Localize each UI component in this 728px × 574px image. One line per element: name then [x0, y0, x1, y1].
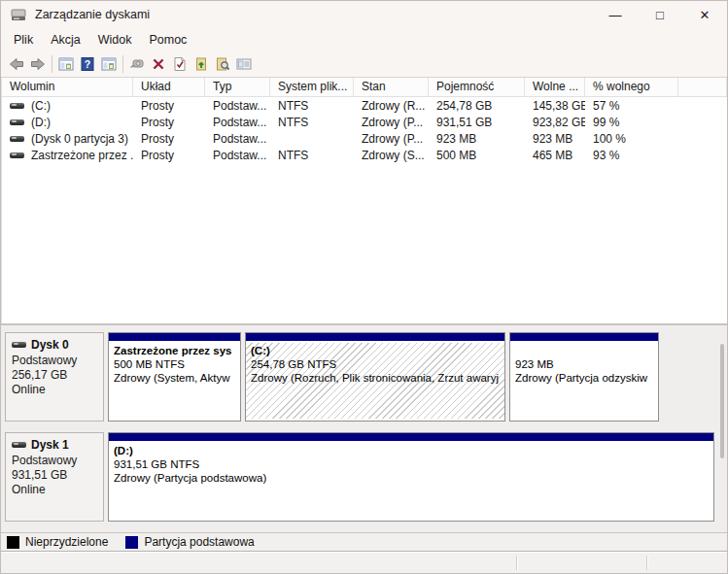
back-icon[interactable] [6, 53, 27, 75]
statusbar [1, 551, 727, 573]
partition-size: 931,51 GB NTFS [114, 457, 713, 471]
statusbar-separator [646, 556, 647, 570]
table-row[interactable]: Zastrzeżone przez ... Prosty Podstaw... … [2, 147, 727, 163]
window-title: Zarządzanie dyskami [35, 8, 150, 21]
volume-name: Zastrzeżone przez ... [31, 149, 133, 162]
cell-uklad: Prosty [133, 99, 205, 113]
partition-color-bar [246, 333, 504, 343]
menu-akcja[interactable]: Akcja [42, 30, 89, 50]
forward-icon[interactable] [27, 53, 49, 75]
cell-stan: Zdrowy (P... [354, 116, 429, 129]
svg-text:?: ? [85, 58, 90, 70]
col-procent-wolnego[interactable]: % wolnego [585, 78, 678, 96]
partition-size: 254,78 GB NTFS [251, 357, 504, 371]
disk-name: Dysk 1 [31, 438, 69, 452]
volume-icon [10, 119, 24, 125]
disk-status: Online [12, 383, 99, 397]
delete-icon[interactable] [148, 53, 169, 75]
volume-name: (C:) [31, 99, 51, 113]
vertical-scrollbar[interactable] [720, 344, 724, 458]
legend-primary-label: Partycja podstawowa [144, 535, 254, 549]
col-wolumin[interactable]: Wolumin [2, 78, 133, 96]
col-wolne[interactable]: Wolne ... [525, 78, 585, 96]
disk-type: Podstawowy [12, 454, 99, 468]
cell-wolne: 923 MB [525, 132, 585, 146]
empty-list-area [2, 163, 727, 323]
minimize-button[interactable]: — [593, 1, 638, 28]
inspect-icon[interactable] [126, 53, 148, 75]
col-system-plik[interactable]: System plik... [270, 78, 354, 96]
legend-unallocated-swatch [7, 536, 19, 549]
details-pane-icon[interactable] [233, 53, 255, 75]
partition-title: (D:) [114, 444, 713, 457]
cell-wolne: 145,38 GB [525, 99, 585, 113]
console-list-icon[interactable] [98, 53, 120, 75]
cell-wolne: 465 MB [525, 149, 585, 162]
menu-plik[interactable]: Plik [5, 30, 42, 50]
table-row[interactable]: (Dysk 0 partycja 3) Prosty Podstaw... Zd… [2, 130, 727, 147]
disk-type: Podstawowy [12, 354, 99, 368]
partition-c[interactable]: (C:) 254,78 GB NTFS Zdrowy (Rozruch, Pli… [245, 332, 505, 422]
maximize-button[interactable]: □ [638, 1, 682, 28]
cell-pojemnosc: 500 MB [429, 149, 525, 162]
cell-system: NTFS [270, 99, 354, 113]
cell-pojemnosc: 931,51 GB [429, 116, 525, 129]
disk-name: Dysk 0 [31, 338, 69, 352]
menu-pomoc[interactable]: Pomoc [140, 30, 195, 50]
help-icon[interactable]: ? [77, 53, 98, 75]
cell-procent: 100 % [585, 132, 678, 146]
cell-wolne: 923,82 GB [525, 116, 585, 129]
cell-pojemnosc: 254,78 GB [429, 99, 525, 113]
cell-uklad: Prosty [133, 116, 205, 129]
legend-bar: Nieprzydzielone Partycja podstawowa [1, 532, 727, 551]
legend-unallocated-label: Nieprzydzielone [25, 535, 108, 549]
menu-widok[interactable]: Widok [89, 30, 141, 50]
partition-status: Zdrowy (Partycja podstawowa) [114, 471, 713, 485]
check-document-icon[interactable] [169, 53, 191, 75]
cell-uklad: Prosty [133, 132, 205, 146]
window-controls: — □ ✕ [593, 1, 727, 28]
disk-graphical-view: Dysk 0 Podstawowy 256,17 GB Online Zastr… [1, 323, 727, 532]
cell-stan: Zdrowy (R... [354, 99, 429, 113]
cell-procent: 99 % [585, 116, 678, 129]
open-folder-icon[interactable] [191, 53, 212, 75]
legend-primary-swatch [125, 536, 138, 549]
cell-system: NTFS [270, 149, 354, 162]
partition-system-reserved[interactable]: Zastrzeżone przez sys 500 MB NTFS Zdrowy… [108, 332, 241, 422]
col-stan[interactable]: Stan [354, 78, 429, 96]
col-pojemnosc[interactable]: Pojemność [429, 78, 525, 96]
cell-typ: Podstaw... [205, 99, 270, 113]
col-uklad[interactable]: Układ [133, 78, 205, 96]
cell-uklad: Prosty [133, 149, 205, 162]
col-empty [678, 78, 727, 96]
disk-row-0: Dysk 0 Podstawowy 256,17 GB Online Zastr… [5, 332, 663, 422]
col-typ[interactable]: Typ [205, 78, 270, 96]
partition-title: (C:) [251, 344, 504, 357]
volume-icon [10, 103, 24, 109]
cell-stan: Zdrowy (S... [354, 149, 429, 162]
disk-1-info[interactable]: Dysk 1 Podstawowy 931,51 GB Online [5, 432, 104, 522]
partition-status: Zdrowy (Partycja odzyskiw [515, 371, 658, 385]
toolbar-separator [122, 55, 123, 73]
partition-d[interactable]: (D:) 931,51 GB NTFS Zdrowy (Partycja pod… [108, 432, 714, 522]
cell-procent: 93 % [585, 149, 678, 162]
statusbar-separator [516, 556, 517, 570]
partition-size: 500 MB NTFS [114, 357, 240, 371]
disk-size: 256,17 GB [12, 368, 99, 383]
partition-status: Zdrowy (System, Aktyw [114, 371, 240, 385]
app-icon [11, 8, 27, 22]
explore-folder-icon[interactable] [212, 53, 233, 75]
titlebar: Zarządzanie dyskami — □ ✕ [1, 1, 727, 28]
console-window-icon[interactable] [55, 53, 77, 75]
cell-typ: Podstaw... [205, 149, 270, 162]
cell-typ: Podstaw... [205, 116, 270, 129]
cell-system: NTFS [270, 116, 354, 129]
partition-color-bar [109, 333, 240, 343]
disk-0-info[interactable]: Dysk 0 Podstawowy 256,17 GB Online [5, 332, 104, 422]
close-button[interactable]: ✕ [682, 1, 727, 28]
table-row[interactable]: (D:) Prosty Podstaw... NTFS Zdrowy (P...… [2, 114, 727, 130]
partition-title [515, 344, 658, 357]
partition-color-bar [510, 333, 658, 343]
table-row[interactable]: (C:) Prosty Podstaw... NTFS Zdrowy (R...… [2, 97, 727, 114]
partition-recovery[interactable]: 923 MB Zdrowy (Partycja odzyskiw [509, 332, 659, 422]
